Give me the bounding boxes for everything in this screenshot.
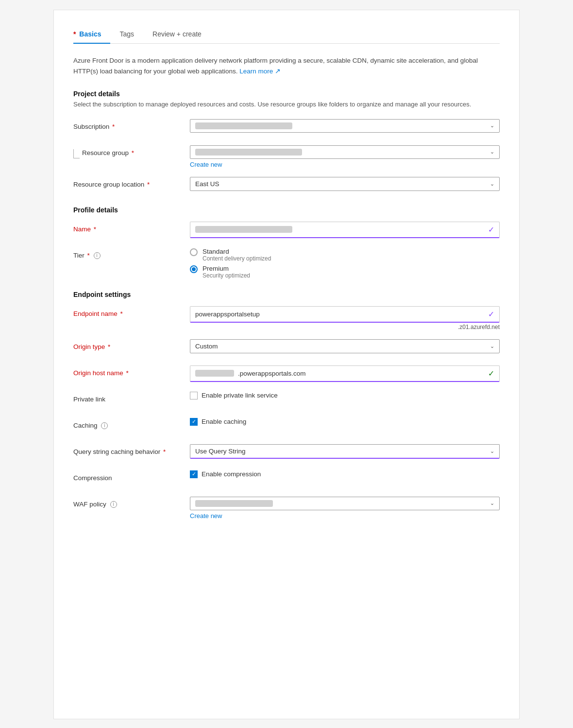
subscription-dropdown[interactable]: ⌄ [190, 119, 500, 133]
name-required: * [94, 225, 96, 233]
compression-checkbox-row: Enable compression [190, 470, 500, 478]
profile-details-heading: Profile details [73, 206, 500, 214]
create-new-waf-link[interactable]: Create new [190, 512, 222, 520]
tier-radio-group: Standard Content delivery optimized Prem… [190, 248, 500, 279]
private-link-checkbox-label: Enable private link service [202, 392, 278, 399]
tier-premium-option[interactable]: Premium Security optimized [190, 265, 500, 279]
query-string-dropdown[interactable]: Use Query String ⌄ [190, 444, 500, 459]
endpoint-name-row: Endpoint name * powerappsportalsetup ✓ .… [73, 306, 500, 330]
check-icon: ✓ [488, 225, 494, 234]
origin-host-label: Origin host name * [73, 365, 190, 377]
rg-location-label: Resource group location * [73, 177, 190, 188]
rg-required: * [132, 149, 134, 156]
profile-name-label: Name * [73, 222, 190, 233]
tabs-bar: * Basics Tags Review + create [73, 25, 500, 44]
origin-host-required: * [126, 369, 129, 377]
query-string-label: Query string caching behavior * [73, 444, 190, 455]
tier-standard-option[interactable]: Standard Content delivery optimized [190, 248, 500, 262]
tier-premium-radio[interactable] [190, 265, 198, 273]
tab-basics-label: Basics [79, 30, 101, 38]
query-string-required: * [163, 448, 166, 455]
origin-type-row: Origin type * Custom ⌄ [73, 339, 500, 357]
query-string-control: Use Query String ⌄ [190, 444, 500, 459]
tier-info-icon[interactable]: i [94, 252, 101, 259]
chevron-down-icon: ⌄ [490, 181, 494, 187]
tier-row: Tier * i Standard Content delivery optim… [73, 248, 500, 279]
tab-basics[interactable]: * Basics [73, 25, 110, 44]
subscription-row: Subscription * ⌄ [73, 119, 500, 137]
compression-row: Compression Enable compression [73, 470, 500, 488]
resource-group-dropdown[interactable]: ⌄ [190, 145, 500, 159]
basics-required-star: * [73, 30, 76, 38]
origin-type-value: Custom [195, 343, 218, 350]
origin-type-label: Origin type * [73, 339, 190, 350]
rg-location-value: East US [195, 180, 219, 188]
tab-review-create[interactable]: Review + create [152, 25, 210, 44]
tier-premium-text: Premium Security optimized [202, 265, 250, 279]
project-details-heading: Project details [73, 90, 500, 98]
check-icon: ✓ [488, 310, 494, 319]
endpoint-name-value: powerappsportalsetup [195, 311, 260, 318]
caching-label: Caching i [73, 418, 190, 429]
waf-policy-control: ⌄ Create new [190, 497, 500, 520]
page-container: * Basics Tags Review + create Azure Fron… [53, 10, 520, 719]
waf-policy-info-icon[interactable]: i [110, 501, 117, 508]
private-link-label: Private link [73, 392, 190, 403]
subscription-control: ⌄ [190, 119, 500, 133]
origin-host-input[interactable]: .powerappsportals.com ✓ [190, 365, 500, 382]
endpoint-settings-divider: Endpoint settings [73, 291, 500, 298]
rg-location-required: * [147, 181, 150, 188]
origin-host-value: .powerappsportals.com [195, 370, 306, 377]
private-link-row: Private link Enable private link service [73, 392, 500, 409]
caching-info-icon[interactable]: i [101, 422, 108, 429]
origin-host-row: Origin host name * .powerappsportals.com… [73, 365, 500, 383]
waf-policy-label: WAF policy i [73, 497, 190, 508]
resource-group-value [195, 149, 302, 156]
chevron-down-icon: ⌄ [490, 122, 494, 129]
chevron-down-icon: ⌄ [490, 343, 494, 349]
private-link-checkbox[interactable] [190, 392, 198, 399]
profile-name-input[interactable]: ✓ [190, 222, 500, 238]
tier-standard-sublabel: Content delivery optimized [202, 255, 271, 262]
endpoint-name-control: powerappsportalsetup ✓ .z01.azurefd.net [190, 306, 500, 330]
tab-tags[interactable]: Tags [120, 25, 143, 44]
tier-control: Standard Content delivery optimized Prem… [190, 248, 500, 279]
caching-control: Enable caching [190, 418, 500, 426]
resource-group-row: Resource group * ⌄ Create new [73, 145, 500, 168]
rg-location-control: East US ⌄ [190, 177, 500, 191]
tier-premium-label: Premium [202, 265, 250, 272]
origin-type-control: Custom ⌄ [190, 339, 500, 353]
caching-checkbox[interactable] [190, 418, 198, 426]
waf-policy-row: WAF policy i ⌄ Create new [73, 497, 500, 520]
endpoint-suffix: .z01.azurefd.net [190, 324, 500, 330]
create-new-rg-link[interactable]: Create new [190, 161, 222, 168]
profile-name-value [195, 226, 292, 233]
project-details-desc: Select the subscription to manage deploy… [73, 100, 500, 109]
waf-policy-dropdown[interactable]: ⌄ [190, 497, 500, 510]
compression-checkbox[interactable] [190, 470, 198, 478]
resource-group-control: ⌄ Create new [190, 145, 500, 168]
caching-checkbox-row: Enable caching [190, 418, 500, 426]
origin-host-prefix [195, 370, 234, 377]
subscription-label: Subscription * [73, 119, 190, 130]
rg-location-dropdown[interactable]: East US ⌄ [190, 177, 500, 191]
profile-name-row: Name * ✓ [73, 222, 500, 239]
origin-host-control: .powerappsportals.com ✓ [190, 365, 500, 382]
endpoint-name-input[interactable]: powerappsportalsetup ✓ [190, 306, 500, 323]
learn-more-link[interactable]: Learn more ↗ [239, 68, 281, 75]
profile-name-control: ✓ [190, 222, 500, 238]
private-link-checkbox-row: Enable private link service [190, 392, 500, 399]
resource-group-indent: Resource group * [73, 149, 190, 156]
origin-host-suffix: .powerappsportals.com [238, 370, 306, 377]
tier-premium-sublabel: Security optimized [202, 272, 250, 279]
chevron-down-icon: ⌄ [490, 500, 494, 506]
compression-control: Enable compression [190, 470, 500, 478]
tier-standard-text: Standard Content delivery optimized [202, 248, 271, 262]
origin-type-dropdown[interactable]: Custom ⌄ [190, 339, 500, 353]
endpoint-name-label: Endpoint name * [73, 306, 190, 317]
waf-policy-value [195, 500, 273, 507]
tier-standard-radio[interactable] [190, 248, 198, 256]
rg-location-row: Resource group location * East US ⌄ [73, 177, 500, 194]
caching-checkbox-label: Enable caching [202, 418, 246, 425]
subscription-value [195, 122, 292, 129]
